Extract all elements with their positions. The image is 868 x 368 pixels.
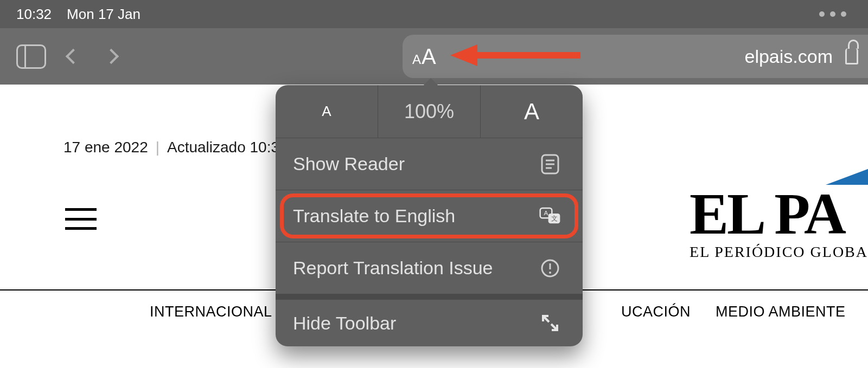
meta-separator: | (156, 139, 159, 156)
forward-button[interactable] (104, 49, 119, 64)
status-time: 10:32 (16, 6, 52, 23)
hide-toolbar-item[interactable]: Hide Toolbar (276, 294, 583, 346)
hide-toolbar-label: Hide Toolbar (293, 313, 396, 334)
reader-popover: A 100% A Show Reader Translate to Englis… (276, 85, 583, 346)
logo-main-text: EL PA (690, 188, 868, 240)
report-translation-item[interactable]: Report Translation Issue (276, 242, 583, 294)
logo-accent-icon (826, 169, 868, 185)
show-reader-label: Show Reader (293, 153, 405, 175)
multitasking-dots-icon[interactable] (819, 11, 846, 17)
svg-text:A: A (544, 209, 548, 216)
url-domain: elpais.com (744, 46, 833, 67)
aa-small-icon: A (412, 52, 421, 67)
zoom-level[interactable]: 100% (378, 85, 481, 138)
translate-icon: A 文 (539, 205, 561, 227)
hamburger-menu-icon[interactable] (65, 208, 97, 230)
report-translation-label: Report Translation Issue (293, 257, 493, 279)
show-reader-item[interactable]: Show Reader (276, 138, 583, 190)
zoom-out-label: A (322, 103, 331, 120)
translate-item[interactable]: Translate to English A 文 (276, 190, 583, 242)
alert-icon (539, 257, 561, 279)
zoom-in-button[interactable]: A (481, 85, 583, 138)
nav-item[interactable]: MEDIO AMBIENTE (716, 304, 846, 320)
zoom-in-label: A (524, 99, 539, 125)
reader-icon (539, 153, 561, 175)
site-logo[interactable]: EL PA EL PERIÓDICO GLOBA (690, 188, 868, 261)
sidebar-toggle-icon[interactable] (16, 44, 46, 69)
svg-text:文: 文 (551, 215, 558, 222)
aa-big-icon: A (422, 44, 436, 69)
zoom-row: A 100% A (276, 85, 583, 138)
expand-icon (539, 312, 561, 334)
status-date: Mon 17 Jan (67, 6, 141, 23)
logo-subtitle: EL PERIÓDICO GLOBA (690, 243, 868, 261)
browser-toolbar: A A elpais.com (0, 28, 868, 85)
translate-label: Translate to English (293, 205, 455, 227)
reader-aa-button[interactable]: A A (412, 44, 436, 69)
zoom-percent-label: 100% (404, 100, 454, 123)
status-bar: 10:32 Mon 17 Jan (0, 0, 868, 28)
nav-item[interactable]: INTERNACIONAL (150, 304, 272, 320)
nav-item[interactable]: UCACIÓN (621, 304, 691, 320)
svg-point-12 (549, 272, 551, 274)
zoom-out-button[interactable]: A (276, 85, 378, 138)
lock-icon (845, 48, 858, 64)
page-updated: Actualizado 10:30 (167, 139, 288, 156)
back-button[interactable] (66, 49, 81, 64)
url-bar[interactable]: A A elpais.com (403, 35, 868, 78)
page-date: 17 ene 2022 (63, 139, 148, 156)
